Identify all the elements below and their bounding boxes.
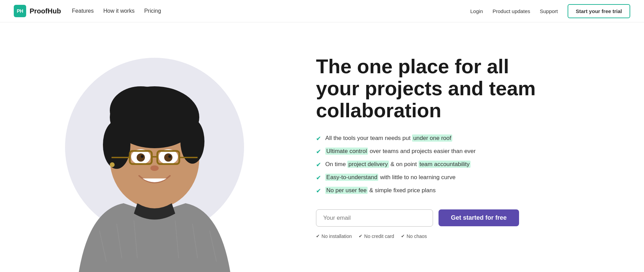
nav-item-pricing[interactable]: Pricing <box>144 8 161 14</box>
list-item: ✔ No per user fee & simple fixed price p… <box>316 186 623 196</box>
main-nav: Features How it works Pricing <box>72 8 161 14</box>
list-item: ✔ All the tools your team needs put unde… <box>316 134 623 143</box>
highlight: Easy-to-understand <box>325 174 378 181</box>
logo-text: ProofHub <box>30 7 61 15</box>
check-icon: ✔ <box>316 173 321 183</box>
list-item: ✔ On time project delivery & on point te… <box>316 160 623 170</box>
header: PH ProofHub Features How it works Pricin… <box>0 0 644 22</box>
list-item: ✔ Ultimate control over teams and projec… <box>316 147 623 156</box>
hero-image-area <box>0 22 309 272</box>
svg-point-17 <box>141 155 144 158</box>
check-icon: ✔ <box>359 233 362 239</box>
hero-person <box>72 38 237 272</box>
svg-point-15 <box>137 153 145 162</box>
svg-point-18 <box>168 155 171 158</box>
list-item: ✔ Easy-to-understand with little to no l… <box>316 173 623 183</box>
email-input[interactable] <box>316 209 433 227</box>
check-icon: ✔ <box>316 233 320 239</box>
get-started-button[interactable]: Get started for free <box>439 209 519 226</box>
highlight: project delivery <box>347 161 389 168</box>
svg-point-5 <box>134 88 189 129</box>
check-icon: ✔ <box>316 134 321 143</box>
logo-icon: PH <box>14 5 26 17</box>
svg-point-6 <box>103 121 130 169</box>
logo[interactable]: PH ProofHub <box>14 5 61 17</box>
no-credit-card: ✔ No credit card <box>359 233 394 239</box>
person-illustration <box>72 38 237 272</box>
svg-point-19 <box>150 165 159 171</box>
check-icon: ✔ <box>401 233 405 239</box>
check-icon: ✔ <box>316 147 321 156</box>
check-icon: ✔ <box>316 160 321 170</box>
login-link[interactable]: Login <box>470 8 483 14</box>
hero-content: The one place for all your projects and … <box>309 35 644 259</box>
nav-item-how-it-works[interactable]: How it works <box>103 8 135 14</box>
feature-list: ✔ All the tools your team needs put unde… <box>316 134 623 196</box>
svg-point-20 <box>110 162 115 167</box>
no-extras: ✔ No installation ✔ No credit card ✔ No … <box>316 233 623 239</box>
highlight: Ultimate control <box>325 148 368 155</box>
svg-point-16 <box>164 153 172 162</box>
header-right: Login Product updates Support Start your… <box>470 4 630 18</box>
no-installation: ✔ No installation <box>316 233 352 239</box>
highlight: team accountability <box>419 161 471 168</box>
highlight: No per user fee <box>325 187 368 194</box>
header-left: PH ProofHub Features How it works Pricin… <box>14 5 161 17</box>
check-icon: ✔ <box>316 186 321 196</box>
cta-row: Get started for free <box>316 209 623 227</box>
product-updates-link[interactable]: Product updates <box>493 8 530 14</box>
highlight: under one roof <box>412 134 452 142</box>
hero-title: The one place for all your projects and … <box>316 55 550 121</box>
support-link[interactable]: Support <box>540 8 558 14</box>
hero-section: The one place for all your projects and … <box>0 22 644 272</box>
no-chaos: ✔ No chaos <box>401 233 427 239</box>
start-trial-button[interactable]: Start your free trial <box>568 4 630 18</box>
nav-item-features[interactable]: Features <box>72 8 94 14</box>
